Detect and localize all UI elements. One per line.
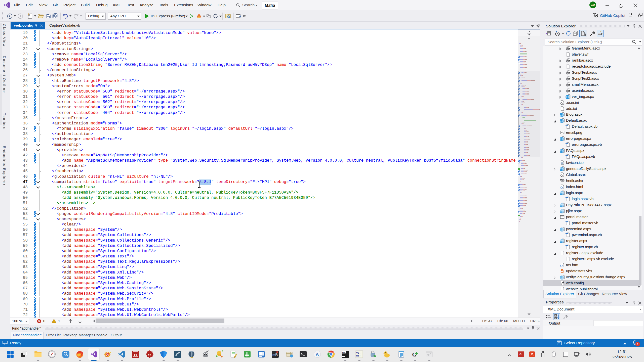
svg-text:mR: mR (272, 353, 278, 356)
svg-text:A: A (555, 314, 556, 317)
svg-text:VB-: VB- (356, 352, 361, 354)
svg-text:WS: WS (342, 351, 346, 354)
svg-text:Z: Z (555, 317, 556, 320)
svg-text:Fz: Fz (134, 353, 137, 356)
svg-text:G: G (412, 351, 417, 358)
svg-text:Fz: Fz (148, 353, 151, 356)
svg-text:NET: NET (356, 354, 361, 357)
svg-text:A: A (316, 352, 319, 357)
